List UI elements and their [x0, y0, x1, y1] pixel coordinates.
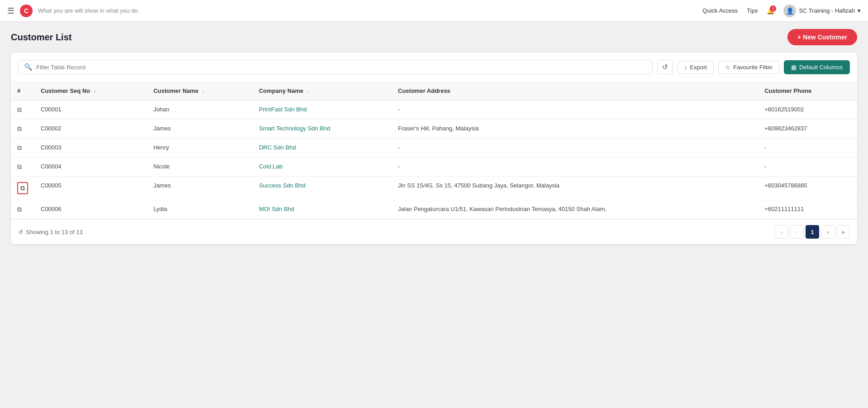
cell-company-name: DRC Sdn Bhd [253, 139, 391, 158]
prev-page-button[interactable]: ‹ [790, 225, 804, 239]
cell-phone: +603045786885 [758, 177, 857, 200]
col-customer-name: Customer Name ↕ [147, 82, 253, 100]
col-company-name: Company Name ↕ [253, 82, 391, 100]
table-wrapper: # Customer Seq No ↕ Customer Name ↕ Comp… [11, 82, 857, 219]
star-icon: ☆ [725, 64, 730, 71]
tips-link[interactable]: Tips [747, 7, 758, 14]
col-hash: # [11, 82, 34, 100]
grid-icon: ▦ [791, 64, 796, 71]
table-row: ⧉C00002JamesSmart Technology Sdn BhdFras… [11, 120, 857, 139]
search-icon: 🔍 [24, 63, 33, 71]
cell-company-name: Success Sdn Bhd [253, 177, 391, 200]
table-row: ⧉C00004NicoleCold Lab-- [11, 158, 857, 177]
user-menu[interactable]: 👤 SC Training - Hafizah ▾ [783, 5, 861, 17]
cell-company-name: MOI Sdn Bhd [253, 200, 391, 219]
export-icon: ↓ [684, 64, 687, 71]
refresh-small-icon[interactable]: ↺ [18, 229, 23, 235]
table-row: ⧉C00006LydiaMOI Sdn BhdJalan Pengaturcar… [11, 200, 857, 219]
default-columns-button[interactable]: ▦ Default Columns [784, 60, 850, 74]
last-page-button[interactable]: » [836, 225, 850, 239]
open-record-icon[interactable]: ⧉ [17, 206, 22, 213]
cell-phone: +609823462837 [758, 120, 857, 139]
chevron-down-icon: ▾ [858, 7, 861, 14]
cell-company-name: Cold Lab [253, 158, 391, 177]
default-columns-label: Default Columns [799, 64, 843, 71]
logo-icon: C [20, 5, 33, 17]
cell-customer-name: Henry [147, 139, 253, 158]
showing-text: ↺ Showing 1 to 13 of 13 [18, 229, 83, 235]
pagination: « ‹ 1 › » [775, 225, 850, 239]
export-label: Export [690, 64, 707, 71]
toolbar: 🔍 ↺ ↓ Export ☆ Favourite Filter ▦ Defaul… [11, 53, 857, 82]
table-row: ⧉C00001JohanPrintFast Sdn Bhd-+601625190… [11, 100, 857, 120]
cell-company-name: PrintFast Sdn Bhd [253, 100, 391, 120]
open-record-icon[interactable]: ⧉ [17, 163, 22, 171]
customer-table: # Customer Seq No ↕ Customer Name ↕ Comp… [11, 82, 857, 219]
tagline: What you are will show in what you do. [38, 7, 139, 14]
quick-access-link[interactable]: Quick Access [702, 7, 738, 14]
user-name: SC Training - Hafizah [799, 7, 855, 14]
export-button[interactable]: ↓ Export [677, 61, 714, 74]
next-page-button[interactable]: › [821, 225, 835, 239]
sort-company-name-icon[interactable]: ↕ [307, 88, 310, 94]
table-footer: ↺ Showing 1 to 13 of 13 « ‹ 1 › » [11, 219, 857, 244]
cell-customer-name: Lydia [147, 200, 253, 219]
open-record-icon[interactable]: ⧉ [17, 106, 22, 114]
table-header: # Customer Seq No ↕ Customer Name ↕ Comp… [11, 82, 857, 100]
open-record-icon[interactable]: ⧉ [17, 125, 22, 133]
cell-seq-no: C00003 [34, 139, 147, 158]
cell-address: - [391, 100, 758, 120]
top-nav: ☰ C What you are will show in what you d… [0, 0, 868, 22]
cell-customer-name: James [147, 177, 253, 200]
cell-address: Jln SS 15/4G, Ss 15, 47500 Subang Jaya, … [391, 177, 758, 200]
cell-phone: +60211111111 [758, 200, 857, 219]
cell-seq-no: C00006 [34, 200, 147, 219]
cell-address: - [391, 139, 758, 158]
bell-badge: 1 [770, 5, 776, 12]
hamburger-icon[interactable]: ☰ [7, 6, 14, 16]
col-company-name-label: Company Name [259, 87, 303, 94]
user-avatar: 👤 [783, 5, 796, 17]
cell-phone: - [758, 158, 857, 177]
table-row: ⧉C00005JamesSuccess Sdn BhdJln SS 15/4G,… [11, 177, 857, 200]
open-record-icon[interactable]: ⧉ [17, 182, 28, 194]
first-page-button[interactable]: « [775, 225, 788, 239]
col-phone: Customer Phone [758, 82, 857, 100]
page-1-button[interactable]: 1 [806, 225, 819, 239]
col-address: Customer Address [391, 82, 758, 100]
row-action-cell: ⧉ [11, 139, 34, 158]
col-customer-name-label: Customer Name [153, 87, 199, 94]
cell-address: - [391, 158, 758, 177]
cell-phone: - [758, 139, 857, 158]
search-container: 🔍 [18, 60, 653, 74]
cell-address: Fraser's Hill, Pahang, Malaysia [391, 120, 758, 139]
cell-phone: +60162519002 [758, 100, 857, 120]
favourite-label: Favourite Filter [733, 64, 773, 71]
sort-seq-no-icon[interactable]: ↕ [94, 88, 96, 94]
cell-customer-name: Johan [147, 100, 253, 120]
cell-seq-no: C00004 [34, 158, 147, 177]
new-customer-button[interactable]: + New Customer [787, 29, 857, 45]
cell-seq-no: C00005 [34, 177, 147, 200]
open-record-icon[interactable]: ⧉ [17, 144, 22, 152]
col-seq-no-label: Customer Seq No [41, 87, 90, 94]
row-action-cell: ⧉ [11, 158, 34, 177]
cell-seq-no: C00002 [34, 120, 147, 139]
row-action-cell: ⧉ [11, 200, 34, 219]
cell-customer-name: Nicole [147, 158, 253, 177]
showing-label: Showing 1 to 13 of 13 [26, 229, 83, 235]
refresh-button[interactable]: ↺ [657, 60, 673, 74]
main-content: 🔍 ↺ ↓ Export ☆ Favourite Filter ▦ Defaul… [11, 53, 857, 244]
table-body: ⧉C00001JohanPrintFast Sdn Bhd-+601625190… [11, 100, 857, 219]
table-row: ⧉C00003HenryDRC Sdn Bhd-- [11, 139, 857, 158]
cell-company-name: Smart Technology Sdn Bhd [253, 120, 391, 139]
row-action-cell: ⧉ [11, 120, 34, 139]
cell-customer-name: James [147, 120, 253, 139]
bell-icon[interactable]: 🔔 1 [767, 7, 774, 14]
cell-address: Jalan Pengaturcara U1/51, Kawasan Perind… [391, 200, 758, 219]
favourite-filter-button[interactable]: ☆ Favourite Filter [718, 61, 779, 74]
page-title: Customer List [11, 32, 72, 43]
sort-customer-name-icon[interactable]: ↕ [202, 88, 205, 94]
search-input[interactable] [36, 64, 647, 71]
row-action-cell: ⧉ [11, 100, 34, 120]
